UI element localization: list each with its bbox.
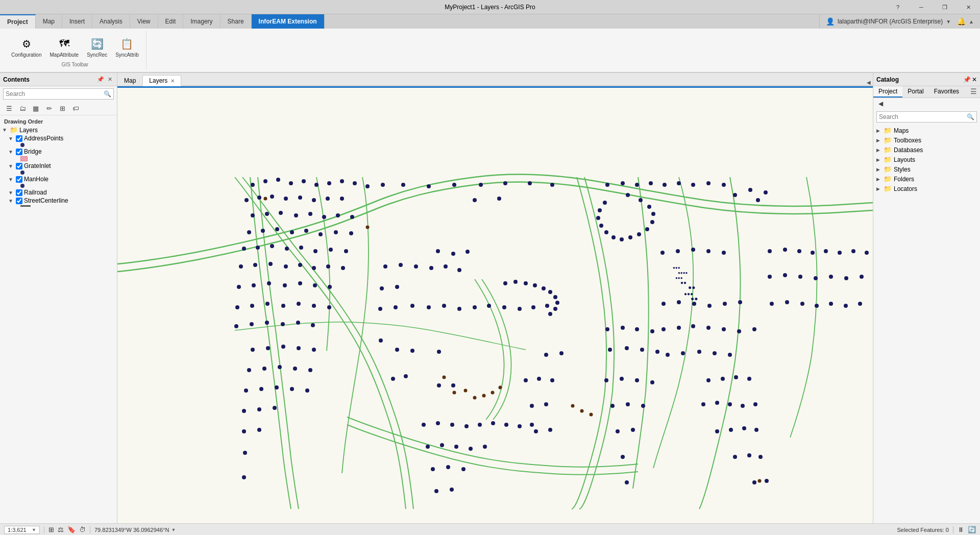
map-tab-layers[interactable]: Layers ✕ — [142, 75, 181, 86]
svg-point-139 — [733, 193, 737, 197]
layers-folder-icon: 📁 — [10, 126, 18, 134]
databases-label: Databases — [894, 147, 923, 154]
list-by-drawing-order-button[interactable]: ☰ — [3, 103, 15, 114]
svg-point-144 — [691, 248, 695, 252]
map-attribute-button[interactable]: 🗺 MapAttribute — [46, 34, 82, 60]
contents-search-icon[interactable]: 🔍 — [102, 90, 113, 98]
catalog-back-button[interactable]: ◀ — [875, 99, 886, 108]
refresh-button[interactable]: 🔄 — [968, 526, 976, 533]
tab-map[interactable]: Map — [36, 14, 62, 29]
catalog-search-input[interactable] — [877, 113, 965, 120]
svg-point-243 — [422, 423, 426, 427]
svg-point-152 — [451, 383, 455, 387]
svg-point-100 — [502, 305, 506, 309]
layers-root-item[interactable]: ▼ 📁 Layers — [0, 126, 117, 134]
catalog-tab-portal[interactable]: Portal — [902, 86, 928, 98]
syncrec-button[interactable]: 🔄 SyncRec — [84, 34, 110, 60]
catalog-menu-button[interactable]: ☰ — [967, 86, 980, 98]
svg-point-28 — [247, 230, 251, 234]
tab-share[interactable]: Share — [220, 14, 252, 29]
street-centerline-checkbox[interactable] — [16, 198, 22, 204]
catalog-pin-button[interactable]: 📌 — [963, 76, 971, 83]
scale-box[interactable]: 1:3,621 ▼ — [4, 526, 40, 534]
user-dropdown-icon[interactable]: ▼ — [946, 19, 951, 25]
help-button[interactable]: ? — [886, 0, 910, 14]
tab-infor-eam[interactable]: InforEAM Extension — [252, 14, 325, 29]
railroad-item[interactable]: ▼ Railroad — [0, 188, 117, 197]
catalog-item-toolboxes[interactable]: ▶ 📁 Toolboxes — [873, 135, 980, 145]
svg-point-261 — [450, 488, 454, 492]
notification-icon[interactable]: 🔔 — [957, 17, 966, 26]
svg-point-81 — [436, 249, 440, 253]
list-by-selection-button[interactable]: ▦ — [30, 103, 42, 114]
scale-dropdown-icon[interactable]: ▼ — [32, 527, 36, 532]
map-tab-map[interactable]: Map — [117, 75, 142, 86]
coordinate-box: 79.8231349°W 36.0962946°N ▼ — [94, 527, 176, 533]
svg-point-1 — [251, 183, 255, 187]
tab-insert[interactable]: Insert — [62, 14, 92, 29]
svg-point-146 — [722, 251, 726, 255]
close-button[interactable]: ✕ — [957, 0, 980, 14]
catalog-item-locators[interactable]: ▶ 📁 Locators — [873, 184, 980, 193]
catalog-item-databases[interactable]: ▶ 📁 Databases — [873, 145, 980, 155]
svg-point-186 — [242, 475, 246, 479]
bridge-checkbox[interactable] — [16, 149, 22, 155]
catalog-tab-favorites[interactable]: Favorites — [929, 86, 964, 98]
configuration-button[interactable]: ⚙ Configuration — [8, 34, 44, 60]
coordinate-dropdown-icon[interactable]: ▼ — [171, 527, 176, 532]
map-tab-layers-close[interactable]: ✕ — [170, 78, 175, 84]
tab-imagery[interactable]: Imagery — [183, 14, 220, 29]
expand-icon[interactable]: ▲ — [969, 19, 974, 25]
svg-point-232 — [571, 404, 575, 408]
railroad-checkbox[interactable] — [16, 189, 22, 196]
svg-point-61 — [265, 302, 270, 306]
svg-point-72 — [401, 183, 405, 187]
street-centerline-item[interactable]: ▼ StreetCenterline — [0, 197, 117, 205]
bookmark-icon[interactable]: 🔖 — [67, 526, 76, 533]
catalog-item-layouts[interactable]: ▶ 📁 Layouts — [873, 155, 980, 164]
ribbon: Project Map Insert Analysis View Edit Im… — [0, 14, 980, 73]
catalog-item-maps[interactable]: ▶ 📁 Maps — [873, 126, 980, 135]
svg-point-273 — [610, 404, 615, 408]
sync-scale-icon[interactable]: ⚖ — [58, 526, 64, 533]
list-by-labeling-button[interactable]: 🏷 — [69, 103, 82, 114]
map-canvas[interactable]: ●●● ●●●● ●●● ●● ●● ●●● ●● — [117, 86, 873, 523]
address-points-item[interactable]: ▼ AddressPoints — [0, 134, 117, 142]
minimize-button[interactable]: ─ — [910, 0, 933, 14]
pause-button[interactable]: ⏸ — [958, 526, 964, 533]
manhole-item[interactable]: ▼ ManHole — [0, 175, 117, 183]
grate-inlet-checkbox[interactable] — [16, 163, 22, 169]
catalog-close-button[interactable]: ✕ — [972, 76, 977, 83]
svg-point-253 — [440, 443, 444, 447]
configuration-icon: ⚙ — [18, 36, 35, 52]
catalog-nav: ◀ — [873, 98, 980, 109]
restore-button[interactable]: ❐ — [933, 0, 957, 14]
grate-inlet-expand: ▼ — [8, 163, 14, 169]
list-by-data-source-button[interactable]: 🗂 — [16, 103, 29, 114]
catalog-tab-project[interactable]: Project — [873, 86, 902, 98]
list-by-editing-button[interactable]: ✏ — [43, 103, 55, 114]
address-points-checkbox[interactable] — [16, 135, 22, 142]
manhole-checkbox[interactable] — [16, 176, 22, 183]
svg-point-196 — [706, 326, 710, 330]
svg-point-25 — [322, 215, 326, 219]
syncattrib-button[interactable]: 📋 SyncAttrib — [112, 34, 142, 60]
map-scroll-left[interactable]: ◀ — [867, 80, 871, 85]
grate-inlet-item[interactable]: ▼ GrateInlet — [0, 162, 117, 170]
tab-edit[interactable]: Edit — [158, 14, 184, 29]
contents-close-button[interactable]: ✕ — [106, 76, 114, 84]
fixed-extent-icon[interactable]: ⊞ — [48, 526, 54, 533]
list-by-snapping-button[interactable]: ⊞ — [56, 103, 68, 114]
time-icon[interactable]: ⏱ — [79, 526, 86, 533]
catalog-item-styles[interactable]: ▶ 📁 Styles — [873, 164, 980, 174]
catalog-search-icon[interactable]: 🔍 — [965, 113, 976, 120]
svg-point-203 — [713, 351, 717, 355]
contents-pin-button[interactable]: 📌 — [96, 76, 105, 84]
tab-view[interactable]: View — [130, 14, 158, 29]
railroad-label: Railroad — [24, 189, 47, 196]
tab-analysis[interactable]: Analysis — [92, 14, 130, 29]
bridge-item[interactable]: ▼ Bridge — [0, 148, 117, 156]
catalog-item-folders[interactable]: ▶ 📁 Folders — [873, 174, 980, 184]
tab-project[interactable]: Project — [0, 14, 36, 29]
contents-search-input[interactable] — [4, 90, 102, 98]
